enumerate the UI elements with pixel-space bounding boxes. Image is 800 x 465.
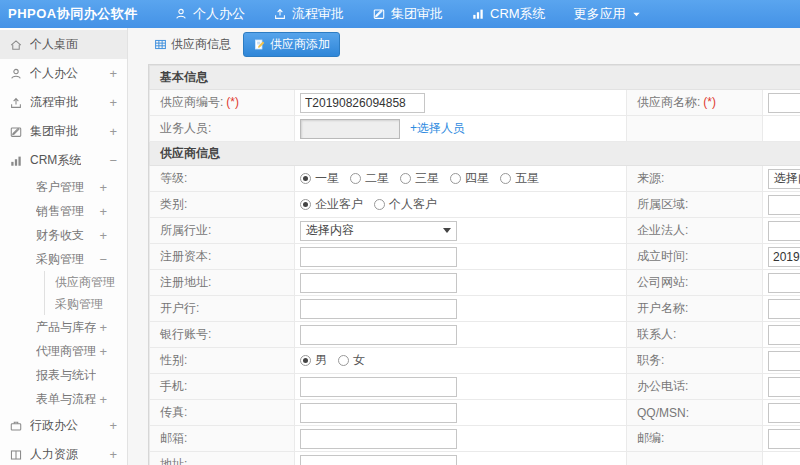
field-label: 企业法人:	[637, 223, 688, 237]
sidebar-item-label: 表单与流程设置	[36, 391, 96, 408]
sidebar-item-agent-mgmt[interactable]: 代理商管理+	[0, 339, 127, 363]
supplier-code-input[interactable]	[300, 93, 425, 113]
legal-person-input[interactable]	[768, 221, 800, 241]
radio-icon	[350, 173, 361, 184]
gender-field-cell: 男女	[295, 348, 627, 374]
bank-branch-input[interactable]	[300, 299, 457, 319]
radio-label: 二星	[365, 170, 389, 187]
bank-account-input[interactable]	[300, 325, 457, 345]
registered-address-input[interactable]	[300, 273, 457, 293]
form-row: 银行账号:联系人:	[150, 322, 800, 348]
sidebar-item-personal-office[interactable]: 个人办公+	[0, 59, 127, 88]
office-phone-input[interactable]	[768, 377, 800, 397]
sidebar-item-customer-mgmt[interactable]: 客户管理+	[0, 175, 127, 199]
form-row: 业务人员:+选择人员	[150, 116, 800, 142]
level-radio-4[interactable]: 五星	[500, 170, 539, 187]
sidebar-item-form-flow-settings[interactable]: 表单与流程设置+	[0, 387, 127, 411]
sidebar-item-personal-desktop[interactable]: 个人桌面	[0, 30, 127, 59]
nav-item-more-apps[interactable]: 更多应用	[574, 5, 641, 23]
sidebar-submenu: 供应商管理采购管理	[44, 271, 127, 315]
job-title-input[interactable]	[768, 351, 800, 371]
radio-icon	[500, 173, 511, 184]
fax-input[interactable]	[300, 403, 457, 423]
source-field-cell: 选择内容	[763, 166, 800, 192]
nav-item-process-approval[interactable]: 流程审批	[273, 5, 344, 23]
field-label: 地址:	[160, 457, 187, 465]
gender-radio-1[interactable]: 女	[338, 352, 365, 369]
account-name-input[interactable]	[768, 299, 800, 319]
field-label: 所属区域:	[637, 197, 688, 211]
category-label-cell: 类别:	[150, 192, 295, 218]
qq-msn-field-cell	[763, 400, 800, 426]
sidebar-item-group-approval[interactable]: 集团审批+	[0, 117, 127, 146]
sidebar-item-product-inventory[interactable]: 产品与库存+	[0, 315, 127, 339]
company-website-input[interactable]	[768, 273, 800, 293]
category-radio-1[interactable]: 个人客户	[374, 196, 437, 213]
address-input[interactable]	[300, 455, 457, 465]
empty-label-cell	[627, 452, 763, 465]
expand-icon: +	[96, 344, 107, 359]
source-select[interactable]: 选择内容	[768, 169, 800, 189]
nav-item-personal-office[interactable]: 个人办公	[174, 5, 245, 23]
qq-msn-input[interactable]	[768, 403, 800, 423]
nav-item-label: CRM系统	[490, 5, 546, 23]
field-label: 供应商名称:	[637, 95, 700, 109]
category-radio-0[interactable]: 企业客户	[300, 196, 363, 213]
business-staff-input[interactable]	[300, 119, 400, 139]
registered-capital-input[interactable]	[300, 247, 457, 267]
bank-branch-field-cell	[295, 296, 627, 322]
email-input[interactable]	[300, 429, 457, 449]
established-date-field-cell	[763, 244, 800, 270]
contact-person-input[interactable]	[768, 325, 800, 345]
level-radio-0[interactable]: 一星	[300, 170, 339, 187]
mobile-field-cell	[295, 374, 627, 400]
tab-supplier-add[interactable]: 供应商添加	[243, 32, 340, 57]
sidebar-item-human-resources[interactable]: 人力资源+	[0, 440, 127, 465]
source-label-cell: 来源:	[627, 166, 763, 192]
level-label-cell: 等级:	[150, 166, 295, 192]
form-row: 手机:办公电话:	[150, 374, 800, 400]
field-label: 开户名称:	[637, 301, 688, 315]
caret-down-icon	[443, 228, 451, 233]
region-label-cell: 所属区域:	[627, 192, 763, 218]
category-field-cell: 企业客户个人客户	[295, 192, 627, 218]
business-staff-label-cell: 业务人员:	[150, 116, 295, 142]
tab-supplier-info[interactable]: 供应商信息	[148, 32, 237, 57]
established-date-input[interactable]	[768, 247, 800, 267]
nav-item-crm-system[interactable]: CRM系统	[471, 5, 546, 23]
industry-select[interactable]: 选择内容	[300, 221, 457, 241]
gender-radio-0[interactable]: 男	[300, 352, 327, 369]
level-radio-2[interactable]: 三星	[400, 170, 439, 187]
sidebar-item-process-approval[interactable]: 流程审批+	[0, 88, 127, 117]
business-staff-picker-link[interactable]: +选择人员	[410, 121, 465, 135]
sidebar-item-sales-mgmt[interactable]: 销售管理+	[0, 199, 127, 223]
collapse-icon: −	[106, 153, 117, 168]
sidebar-item-purchasing[interactable]: 采购管理	[45, 293, 127, 315]
tab-strip: 供应商信息供应商添加	[128, 28, 800, 60]
expand-icon: +	[96, 320, 107, 335]
select-value: 选择内容	[306, 222, 354, 239]
sidebar: 个人桌面个人办公+流程审批+集团审批+CRM系统−客户管理+销售管理+财务收支+…	[0, 28, 128, 465]
mobile-input[interactable]	[300, 377, 457, 397]
supplier-form-panel: 基本信息供应商编号:(*)供应商名称:(*)业务人员:+选择人员供应商信息等级:…	[148, 64, 800, 465]
level-radio-3[interactable]: 四星	[450, 170, 489, 187]
sidebar-item-crm-system[interactable]: CRM系统−	[0, 146, 127, 175]
sidebar-item-reports-stats[interactable]: 报表与统计	[0, 363, 127, 387]
supplier-name-input[interactable]	[768, 93, 800, 113]
level-radio-1[interactable]: 二星	[350, 170, 389, 187]
postcode-input[interactable]	[768, 429, 800, 449]
region-field-cell	[763, 192, 800, 218]
sidebar-item-supplier-mgmt[interactable]: 供应商管理	[45, 271, 127, 293]
nav-item-group-approval[interactable]: 集团审批	[372, 5, 443, 23]
form-row: 邮箱:邮编:	[150, 426, 800, 452]
field-label: 所属行业:	[160, 223, 211, 237]
sidebar-item-admin-office[interactable]: 行政办公+	[0, 411, 127, 440]
expand-icon: +	[96, 392, 107, 407]
form-row: 地址:	[150, 452, 800, 465]
sidebar-item-purchase-mgmt[interactable]: 采购管理−	[0, 247, 127, 271]
region-input[interactable]	[768, 195, 800, 215]
edit-icon	[372, 7, 386, 21]
user-icon	[9, 67, 23, 81]
home-icon	[9, 38, 23, 52]
sidebar-item-finance-io[interactable]: 财务收支+	[0, 223, 127, 247]
